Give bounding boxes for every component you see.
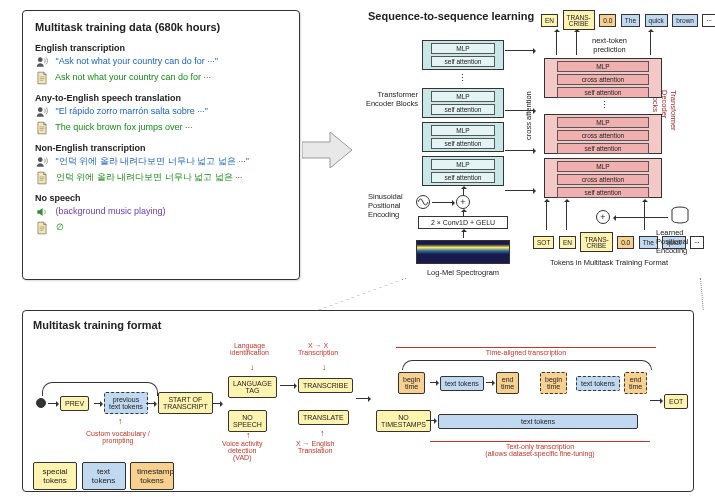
sot-token: SOT: [533, 236, 554, 249]
task-heading: Any-to-English speech translation: [35, 93, 287, 103]
mlp-sublayer: MLP: [557, 117, 650, 128]
ts-token: 0.0: [617, 236, 634, 249]
arrow: [556, 30, 557, 55]
audio-text: (background music playing): [56, 206, 166, 216]
cross-attn-arrow: [505, 150, 535, 151]
output-tokens-row: EN TRANS- CRIBE 0.0 The quick brown ···: [540, 10, 715, 30]
transcript-text: Ask not what your country can do for ···: [55, 72, 211, 82]
begin-time-node: begin time: [398, 372, 425, 394]
red-arrow-icon: ↑: [320, 428, 325, 438]
self-attn-sublayer: self attention: [431, 138, 495, 149]
lang-tag-node: LANGUAGE TAG: [228, 376, 277, 398]
legend-timestamp: timestamp tokens: [130, 462, 174, 490]
mlp-sublayer: MLP: [431, 91, 495, 102]
arrow: [432, 202, 454, 203]
time-aligned-brace: Time-aligned transcription: [396, 342, 656, 356]
arrow: [650, 400, 662, 401]
task-audio-row: "Ask not what your country can do for ··…: [35, 55, 287, 69]
task-audio-row: "언덕 위에 올라 내려다보면 너무나 넓고 넓은 ···": [35, 155, 287, 169]
red-arrow-icon: ↓: [250, 362, 255, 372]
document-icon: [35, 221, 49, 235]
audio-text: "언덕 위에 올라 내려다보면 너무나 넓고 넓은 ···": [56, 156, 249, 166]
cross-attn-sublayer: cross attention: [557, 174, 650, 185]
logmel-label: Log-Mel Spectrogram: [416, 268, 510, 277]
task-non-english: Non-English transcription "언덕 위에 올라 내려다보…: [35, 143, 287, 185]
text-token: The: [621, 14, 640, 27]
training-data-panel: Multitask training data (680k hours) Eng…: [22, 10, 300, 280]
arrow: [576, 30, 577, 55]
text-only-brace: Text-only transcription (allows dataset-…: [430, 436, 650, 457]
document-icon: [35, 171, 49, 185]
red-arrow-icon: ↑: [118, 416, 123, 426]
lang-token: EN: [559, 236, 576, 249]
dotted-guide: [700, 278, 704, 310]
task-heading: No speech: [35, 193, 287, 203]
self-attn-sublayer: self attention: [431, 172, 495, 183]
mlp-sublayer: MLP: [431, 159, 495, 170]
arrow: [426, 420, 436, 421]
svg-point-2: [38, 157, 43, 162]
loop-arc: [402, 360, 652, 370]
legend: special tokens text tokens timestamp tok…: [32, 462, 175, 490]
translate-node: TRANSLATE: [298, 410, 349, 425]
sin-pe-label: Sinusoidal Positional Encoding: [368, 192, 412, 219]
cross-attn-arrow: [505, 50, 535, 51]
arrow: [463, 187, 464, 195]
xeng-annotation: X → English Translation: [296, 440, 335, 454]
self-attn-sublayer: self attention: [557, 87, 650, 98]
sine-icon: [416, 195, 430, 209]
cross-attn-arrow: [505, 110, 535, 111]
custom-vocab-annotation: Custom vocabulary / prompting: [86, 430, 150, 444]
text-token: brown: [672, 14, 698, 27]
cross-attn-sublayer: cross attention: [557, 74, 650, 85]
arrow: [430, 382, 438, 383]
speaker-head-icon: [35, 55, 49, 69]
ts-token: 0.0: [599, 14, 616, 27]
task-audio-row: "El rápido zorro marrón salta sobre ···": [35, 105, 287, 119]
svg-point-0: [38, 57, 43, 62]
panel-title: Multitask training data (680k hours): [35, 21, 287, 33]
document-icon: [35, 121, 49, 135]
task-text-row: Ask not what your country can do for ···: [35, 71, 287, 85]
decoder-block: MLP cross attention self attention: [544, 114, 662, 154]
task-audio-row: (background music playing): [35, 205, 287, 219]
eot-node: EOT: [664, 394, 688, 409]
task-text-row: The quick brown fox jumps over ···: [35, 121, 287, 135]
text-token: quick: [645, 14, 668, 27]
prev-node: PREV: [60, 396, 89, 411]
decoder-block: MLP cross attention self attention: [544, 158, 662, 198]
lang-token: EN: [541, 14, 558, 27]
cylinder-icon: [670, 205, 690, 227]
end-time-node: end time: [496, 372, 519, 394]
task-text-row: 언덕 위에 올라 내려다보면 너무나 넓고 넓은 ···: [35, 171, 287, 185]
task-heading: Non-English transcription: [35, 143, 287, 153]
task-no-speech: No speech (background music playing) ∅: [35, 193, 287, 235]
seq2seq-title: Sequence-to-sequence learning: [368, 10, 534, 22]
cross-attn-sublayer: cross attention: [557, 130, 650, 141]
encoder-block: MLP self attention: [422, 122, 504, 152]
arrow: [48, 403, 58, 404]
dotted-guide: [318, 278, 407, 310]
xtx-annotation: X → X Transcription: [298, 342, 338, 356]
cross-attn-arrow: [505, 190, 535, 191]
transcript-text: ∅: [56, 222, 64, 232]
speaker-head-icon: [35, 105, 49, 119]
task-token: TRANS- CRIBE: [580, 232, 612, 252]
encoder-block: MLP self attention: [422, 88, 504, 118]
audio-text: "El rápido zorro marrón salta sobre ···": [56, 106, 208, 116]
speaker-head-icon: [35, 155, 49, 169]
mlp-sublayer: MLP: [431, 125, 495, 136]
red-arrow-icon: ↓: [322, 362, 327, 372]
arrow: [356, 398, 370, 399]
mlp-sublayer: MLP: [557, 161, 650, 172]
add-circle-icon: +: [596, 210, 610, 224]
arrow: [94, 403, 102, 404]
speaker-icon: [35, 205, 49, 219]
text-tokens-node: text tokens: [576, 376, 620, 391]
learned-pe-label: Learned Positional Encoding: [656, 228, 708, 255]
task-heading: English transcription: [35, 43, 287, 53]
encoder-label: Transformer Encoder Blocks: [358, 90, 418, 108]
start-node: [36, 398, 46, 408]
spectrogram-image: [416, 240, 510, 264]
ellipsis-token: ···: [702, 14, 715, 27]
